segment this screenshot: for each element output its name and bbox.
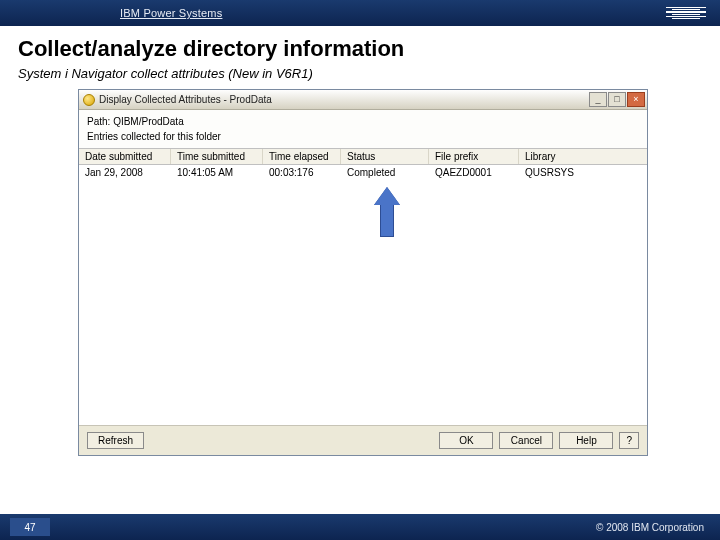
brand-text: IBM Power Systems [120,7,222,19]
slide-footer: 47 © 2008 IBM Corporation [0,514,720,540]
entries-label: Entries collected for this folder [79,129,647,148]
close-button[interactable]: × [627,92,645,107]
window-icon [83,94,95,106]
col-library[interactable]: Library [519,149,647,164]
slide-header: IBM Power Systems [0,0,720,26]
col-file-prefix[interactable]: File prefix [429,149,519,164]
page-title: Collect/analyze directory information [18,36,702,62]
page-number: 47 [10,518,50,536]
col-date-submitted[interactable]: Date submitted [79,149,171,164]
ibm-logo [666,7,706,20]
cell-time: 10:41:05 AM [171,165,263,180]
ok-button[interactable]: OK [439,432,493,449]
table-row[interactable]: Jan 29, 2008 10:41:05 AM 00:03:176 Compl… [79,165,647,180]
col-status[interactable]: Status [341,149,429,164]
help-button[interactable]: Help [559,432,613,449]
dialog-button-bar: Refresh OK Cancel Help ? [79,425,647,455]
path-label: Path: QIBM/ProdData [79,110,647,129]
cell-elapsed: 00:03:176 [263,165,341,180]
page-subtitle: System i Navigator collect attributes (N… [18,66,702,81]
titlebar[interactable]: Display Collected Attributes - ProdData … [79,90,647,110]
cancel-button[interactable]: Cancel [499,432,553,449]
table-header: Date submitted Time submitted Time elaps… [79,148,647,165]
table-body[interactable]: Jan 29, 2008 10:41:05 AM 00:03:176 Compl… [79,165,647,425]
cell-status: Completed [341,165,429,180]
col-time-elapsed[interactable]: Time elapsed [263,149,341,164]
window-title: Display Collected Attributes - ProdData [99,94,589,105]
minimize-button[interactable]: _ [589,92,607,107]
dialog-window: Display Collected Attributes - ProdData … [78,89,648,456]
maximize-button[interactable]: □ [608,92,626,107]
copyright: © 2008 IBM Corporation [596,522,704,533]
cell-date: Jan 29, 2008 [79,165,171,180]
cell-prefix: QAEZD0001 [429,165,519,180]
context-help-button[interactable]: ? [619,432,639,449]
refresh-button[interactable]: Refresh [87,432,144,449]
annotation-arrow-icon [374,187,400,237]
col-time-submitted[interactable]: Time submitted [171,149,263,164]
cell-library: QUSRSYS [519,165,647,180]
